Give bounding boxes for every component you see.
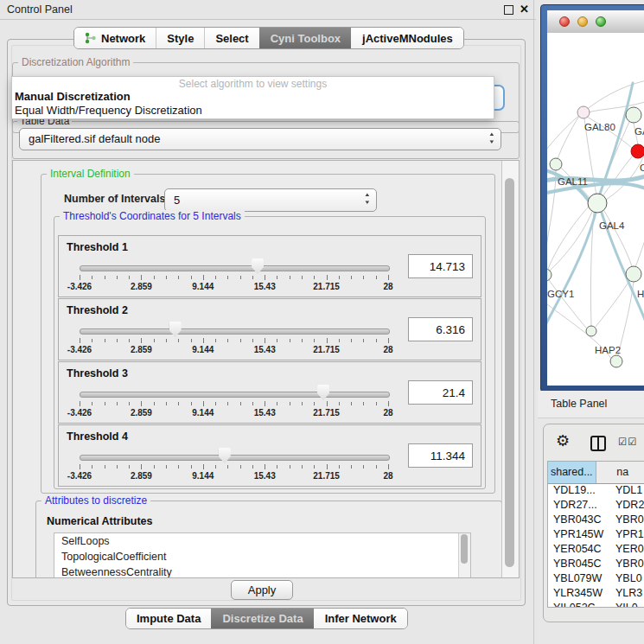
cell-name[interactable]: YDL1 bbox=[610, 483, 642, 498]
attribute-item-selfloops[interactable]: SelfLoops bbox=[54, 533, 470, 549]
mac-close-button[interactable] bbox=[559, 16, 570, 27]
network-node[interactable] bbox=[588, 194, 607, 213]
tab-label: Cyni Toolbox bbox=[271, 32, 341, 45]
attributes-scrollbar[interactable] bbox=[458, 533, 470, 577]
network-node[interactable] bbox=[631, 144, 644, 158]
spinner-arrows-icon[interactable]: ▲▼ bbox=[489, 131, 494, 146]
mac-minimize-button[interactable] bbox=[577, 16, 588, 27]
apply-button[interactable]: Apply bbox=[231, 580, 293, 600]
network-node-label: GAL80 bbox=[584, 122, 615, 132]
tab-select[interactable]: Select bbox=[204, 28, 258, 48]
spinner-arrows-icon[interactable]: ▲▼ bbox=[365, 191, 370, 207]
column-header-shared-name[interactable]: shared... bbox=[548, 462, 596, 483]
table-row[interactable]: YBR043CYBR0 bbox=[548, 513, 644, 527]
column-layout-icon[interactable] bbox=[590, 436, 606, 451]
numerical-attributes-list[interactable]: SelfLoopsTopologicalCoefficientBetweenne… bbox=[54, 532, 471, 578]
slider-thumb[interactable] bbox=[169, 322, 182, 337]
tab-cyni-toolbox[interactable]: Cyni Toolbox bbox=[259, 28, 351, 48]
tab-label: Infer Network bbox=[325, 612, 397, 625]
algorithm-option-manual-discretization[interactable]: Manual Discretization bbox=[12, 90, 494, 104]
table-row[interactable]: YDL19...YDL1 bbox=[548, 483, 644, 498]
network-node[interactable] bbox=[577, 106, 590, 118]
slider-track[interactable] bbox=[80, 328, 390, 335]
cell-shared-name[interactable]: YDL19... bbox=[548, 483, 610, 498]
attribute-item-betweennesscentrality[interactable]: BetweennessCentrality bbox=[54, 564, 470, 578]
slider-thumb[interactable] bbox=[219, 448, 231, 463]
table-row[interactable]: YLR345WYLR3 bbox=[548, 586, 644, 601]
slider-track[interactable] bbox=[80, 392, 390, 398]
table-data-combobox[interactable]: galFiltered.sif default node ▲▼ bbox=[19, 128, 501, 150]
network-node[interactable] bbox=[626, 107, 641, 123]
tab-network[interactable]: Network bbox=[74, 28, 156, 48]
cell-shared-name[interactable]: YER054C bbox=[548, 542, 610, 557]
close-icon[interactable]: ✕ bbox=[520, 2, 529, 17]
network-node[interactable] bbox=[626, 266, 641, 282]
threshold-value-field[interactable]: 14.713 bbox=[408, 254, 473, 278]
network-node[interactable] bbox=[610, 355, 622, 367]
checkbox-icons[interactable]: ☑☑ bbox=[618, 436, 638, 448]
network-edge[interactable] bbox=[635, 240, 644, 267]
attribute-item-topologicalcoefficient[interactable]: TopologicalCoefficient bbox=[54, 549, 470, 564]
cell-name[interactable]: YBR0 bbox=[610, 513, 644, 527]
slider-tick bbox=[178, 276, 179, 279]
slider-thumb[interactable] bbox=[317, 385, 329, 400]
slider-tick bbox=[314, 402, 315, 405]
slider-tick bbox=[117, 276, 118, 279]
tab-style[interactable]: Style bbox=[156, 28, 204, 48]
float-window-icon[interactable] bbox=[504, 5, 513, 15]
cell-name[interactable]: YER0 bbox=[610, 542, 644, 557]
cell-name[interactable]: YPR1 bbox=[610, 527, 644, 542]
table-row[interactable]: YIL052CYIL0 bbox=[548, 601, 644, 608]
table-row[interactable]: YER054CYER0 bbox=[548, 542, 644, 557]
slider-tick bbox=[314, 276, 315, 279]
cell-shared-name[interactable]: YIL052C bbox=[548, 601, 610, 608]
cell-shared-name[interactable]: YDR27... bbox=[548, 498, 610, 513]
network-edge[interactable] bbox=[548, 207, 589, 269]
slider-track[interactable] bbox=[80, 265, 390, 271]
network-node[interactable] bbox=[547, 269, 552, 281]
threshold-value-field[interactable]: 11.344 bbox=[408, 443, 473, 468]
cell-name[interactable]: YBL0 bbox=[610, 571, 642, 586]
cell-shared-name[interactable]: YBR043C bbox=[548, 513, 610, 527]
cell-name[interactable]: YIL0 bbox=[610, 601, 638, 608]
threshold-value-field[interactable]: 6.316 bbox=[408, 317, 473, 341]
threshold-value-field[interactable]: 21.4 bbox=[408, 380, 473, 405]
cell-shared-name[interactable]: YBR045C bbox=[548, 557, 610, 571]
tab-discretize-data[interactable]: Discretize Data bbox=[211, 609, 313, 628]
table-row[interactable]: YDR27...YDR2 bbox=[548, 498, 644, 513]
cell-name[interactable]: YLR3 bbox=[610, 586, 642, 601]
cell-name[interactable]: YBR0 bbox=[610, 557, 644, 571]
network-edge[interactable] bbox=[549, 280, 586, 328]
tab-jactivemnodules[interactable]: jActiveMNodules bbox=[351, 28, 463, 48]
network-edge[interactable] bbox=[558, 116, 579, 159]
number-of-intervals-spinner[interactable]: 5 ▲▼ bbox=[164, 188, 377, 212]
slider-track[interactable] bbox=[80, 455, 390, 461]
network-window-titlebar[interactable] bbox=[547, 10, 644, 34]
network-node[interactable] bbox=[550, 158, 562, 170]
cell-shared-name[interactable]: YBL079W bbox=[548, 571, 610, 586]
table-row[interactable]: YBL079WYBL0 bbox=[548, 571, 644, 586]
tab-impute-data[interactable]: Impute Data bbox=[126, 609, 211, 628]
cell-shared-name[interactable]: YLR345W bbox=[548, 586, 610, 601]
network-node[interactable] bbox=[586, 326, 596, 336]
gear-icon[interactable]: ⚙ bbox=[556, 431, 570, 450]
cell-shared-name[interactable]: YPR145W bbox=[548, 527, 610, 542]
slider-thumb[interactable] bbox=[252, 258, 264, 274]
table-row[interactable]: YPR145WYPR1 bbox=[548, 527, 644, 542]
slider-tick bbox=[240, 339, 241, 342]
table-row[interactable]: YBR045CYBR0 bbox=[548, 557, 644, 571]
network-edge[interactable] bbox=[547, 213, 596, 331]
algorithm-option-equal-width-frequency-discretization[interactable]: Equal Width/Frequency Discretization bbox=[12, 104, 494, 118]
tab-infer-network[interactable]: Infer Network bbox=[314, 609, 407, 628]
threshold-panel-3: Threshold 3-3.4262.8599.14415.4321.71528… bbox=[58, 361, 481, 424]
mac-zoom-button[interactable] bbox=[596, 16, 606, 27]
number-of-intervals-value: 5 bbox=[174, 189, 180, 211]
cell-name[interactable]: YDR2 bbox=[610, 498, 644, 513]
network-canvas[interactable]: GAL80GACGAL11GAL4GCY1HHAP2 bbox=[547, 33, 644, 386]
network-edge[interactable] bbox=[596, 281, 629, 327]
settings-vertical-scrollbar[interactable] bbox=[501, 161, 519, 577]
slider-tick-label: 9.144 bbox=[192, 408, 214, 418]
network-edge[interactable] bbox=[547, 170, 556, 268]
slider-tick bbox=[141, 338, 142, 343]
column-header-name[interactable]: na bbox=[596, 462, 644, 483]
